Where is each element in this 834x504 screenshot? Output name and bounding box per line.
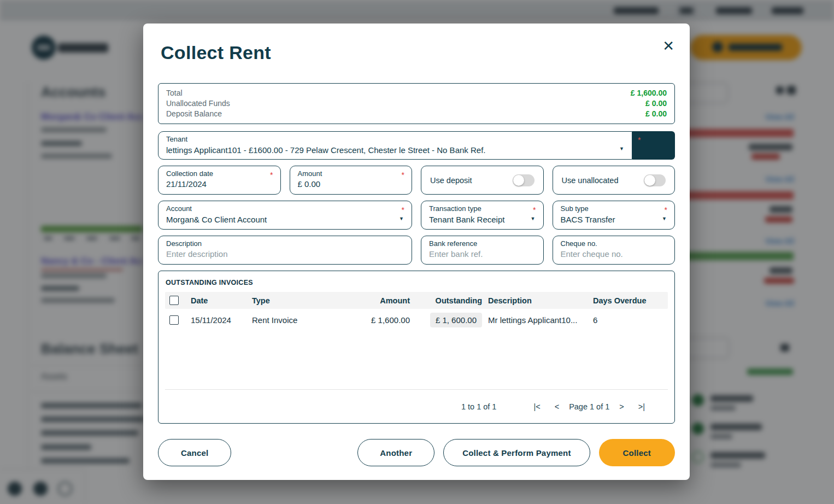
amount-field[interactable]: Amount * (290, 166, 413, 195)
invoice-date: 15/11/2024 (185, 315, 246, 325)
use-deposit-field: Use deposit (421, 166, 544, 195)
sub-type-label: Sub type (561, 204, 667, 213)
account-label: Account (166, 204, 404, 213)
outstanding-input[interactable]: £ 1, 600.00 (430, 313, 482, 327)
required-asterisk: * (402, 171, 404, 179)
another-button[interactable]: Another (357, 439, 434, 466)
collect-button[interactable]: Collect (599, 439, 675, 466)
collect-perform-payment-button[interactable]: Collect & Perform Payment (443, 439, 590, 466)
use-deposit-label: Use deposit (430, 176, 472, 185)
summary-label: Total (166, 88, 183, 98)
prev-page-button[interactable]: < (551, 402, 562, 411)
required-asterisk: * (533, 206, 536, 214)
invoices-title: OUTSTANDING INVOICES (166, 279, 668, 286)
transaction-type-value: Tenant Bank Receipt (429, 214, 536, 225)
cheque-no-input[interactable] (561, 249, 667, 259)
amount-label: Amount (298, 169, 404, 178)
collect-rent-modal: ✕ Collect Rent Total £ 1,600.00 Unalloca… (143, 24, 690, 480)
use-unallocated-label: Use unallocated (562, 176, 619, 185)
required-asterisk: * (270, 171, 273, 179)
modal-title: Collect Rent (161, 42, 675, 63)
bank-reference-label: Bank reference (429, 239, 536, 248)
summary-value: £ 0.00 (645, 109, 667, 119)
first-page-button[interactable]: |< (530, 402, 543, 411)
last-page-button[interactable]: >| (635, 402, 648, 411)
transaction-type-label: Transaction type (429, 204, 536, 213)
use-deposit-toggle[interactable] (513, 174, 535, 186)
pagination-bar: 1 to 1 of 1 |< < Page 1 of 1 > >| (165, 390, 668, 423)
description-input[interactable] (166, 249, 404, 259)
invoices-header-row: Date Type Amount Outstanding Description… (165, 292, 668, 309)
col-header-description: Description (482, 296, 587, 305)
tenant-select[interactable]: Tenant lettings Applicant101 - £1600.00 … (158, 131, 632, 160)
summary-label: Unallocated Funds (166, 98, 230, 109)
totals-summary: Total £ 1,600.00 Unallocated Funds £ 0.0… (158, 83, 675, 124)
transaction-type-select[interactable]: Transaction type * Tenant Bank Receipt ▼ (421, 201, 544, 230)
use-unallocated-field: Use unallocated (553, 166, 676, 195)
outstanding-invoices-panel: OUTSTANDING INVOICES Date Type Amount Ou… (158, 271, 675, 424)
cancel-button[interactable]: Cancel (158, 439, 231, 466)
col-header-days-overdue: Days Overdue (587, 296, 668, 305)
collection-date-field[interactable]: Collection date * (158, 166, 281, 195)
required-asterisk: * (638, 136, 641, 144)
use-unallocated-toggle[interactable] (644, 174, 666, 186)
tenant-label: Tenant (166, 135, 624, 144)
col-header-outstanding: Outstanding (410, 296, 482, 305)
required-asterisk: * (665, 206, 667, 214)
pagination-range: 1 to 1 of 1 (461, 402, 497, 411)
chevron-down-icon: ▼ (662, 216, 667, 221)
account-value: Morgan& Co Client Account (166, 214, 404, 225)
summary-label: Deposit Balance (166, 109, 222, 119)
collection-date-label: Collection date (166, 169, 273, 178)
description-label: Description (166, 239, 404, 248)
cheque-no-field[interactable]: Cheque no. (553, 236, 676, 265)
row-checkbox[interactable] (169, 315, 179, 325)
bank-reference-field[interactable]: Bank reference (421, 236, 544, 265)
col-header-amount: Amount (329, 296, 410, 305)
cheque-no-label: Cheque no. (561, 239, 667, 248)
description-field[interactable]: Description (158, 236, 412, 265)
required-asterisk: * (402, 206, 404, 214)
chevron-down-icon: ▼ (531, 216, 536, 221)
invoice-row: 15/11/2024 Rent Invoice £ 1,600.00 £ 1, … (165, 309, 668, 331)
tenant-required-panel: * (632, 131, 675, 160)
summary-value: £ 0.00 (645, 98, 667, 109)
chevron-down-icon: ▼ (399, 216, 404, 221)
select-all-checkbox[interactable] (169, 296, 179, 305)
bank-reference-input[interactable] (429, 249, 536, 259)
invoice-type: Rent Invoice (246, 315, 329, 325)
next-page-button[interactable]: > (616, 402, 627, 411)
tenant-value: lettings Applicant101 - £1600.00 - 729 P… (166, 145, 624, 156)
invoice-days-overdue: 6 (587, 315, 668, 325)
col-header-date: Date (185, 296, 246, 305)
collection-date-input[interactable] (166, 179, 273, 189)
col-header-type: Type (246, 296, 329, 305)
summary-value: £ 1,600.00 (631, 88, 667, 98)
invoice-description: Mr lettings Applicant10... (482, 315, 587, 325)
amount-input[interactable] (298, 179, 404, 189)
sub-type-select[interactable]: Sub type * BACS Transfer ▼ (553, 201, 676, 230)
chevron-down-icon: ▼ (619, 146, 624, 151)
account-select[interactable]: Account * Morgan& Co Client Account ▼ (158, 201, 412, 230)
sub-type-value: BACS Transfer (561, 214, 667, 225)
invoice-amount: £ 1,600.00 (329, 315, 410, 325)
pagination-page-label: Page 1 of 1 (569, 402, 609, 411)
